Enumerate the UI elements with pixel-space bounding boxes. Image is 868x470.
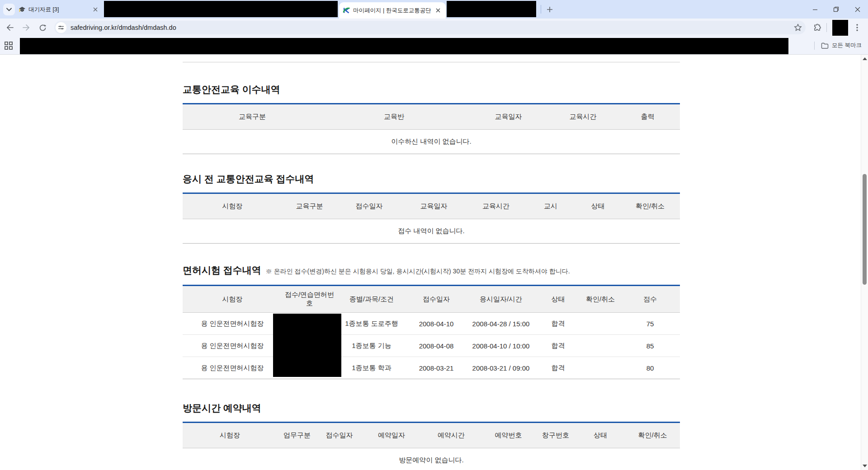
- cell-exam-type: 1종보통 기능: [337, 335, 406, 357]
- col-header: 예약번호: [481, 423, 536, 448]
- col-header: 예약일자: [362, 423, 421, 448]
- tab-close-icon[interactable]: [91, 5, 99, 14]
- col-header: 상태: [576, 193, 620, 219]
- scroll-down-icon[interactable]: [861, 463, 868, 469]
- url-text[interactable]: safedriving.or.kr/dmdash/dmdash.do: [71, 24, 794, 31]
- page-content: 교통안전교육 이수내역 교육구분 교육반 교육일자 교육시간 출력 이수하신 내…: [0, 55, 861, 470]
- table-row: 용 인운전면허시험장 1종보통 기능 2008-04-08 2008-04-10…: [183, 335, 680, 357]
- bookmarks-bar: 모든 북마크: [0, 37, 868, 55]
- col-header: 접수일자: [406, 286, 466, 313]
- browser-toolbar: safedriving.or.kr/dmdash/dmdash.do: [0, 19, 868, 37]
- col-header: 교육일자: [401, 193, 466, 219]
- col-header: 접수일자: [337, 193, 401, 219]
- col-header: 시험장: [183, 193, 282, 219]
- cell-status: 합격: [536, 313, 580, 335]
- col-header: 교육시간: [466, 193, 526, 219]
- col-header: 교시: [526, 193, 576, 219]
- col-header: 확인/취소: [580, 286, 620, 313]
- top-hairline: [183, 62, 680, 62]
- section-title-pre-exam-education: 응시 전 교통안전교육 접수내역: [183, 173, 680, 185]
- all-bookmarks-button[interactable]: 모든 북마크: [814, 37, 862, 54]
- cell-exam-datetime: 2008-04-10 / 10:00: [466, 335, 536, 357]
- extensions-puzzle-icon[interactable]: [811, 21, 824, 34]
- cell-exam-datetime: 2008-03-21 / 09:00: [466, 357, 536, 379]
- tab-mypage[interactable]: 마이페이지 | 한국도로교통공단: [339, 2, 446, 19]
- table-header-row: 교육구분 교육반 교육일자 교육시간 출력: [183, 104, 680, 130]
- section-title-education-completed: 교통안전교육 이수내역: [183, 83, 680, 96]
- section-title-license-exam: 면허시험 접수내역※ 온라인 접수(변경)하신 분은 시험응시 당일, 응시시간…: [183, 264, 680, 277]
- col-header: 응시일자/시간: [466, 286, 536, 313]
- cell-status: 합격: [536, 335, 580, 357]
- cell-exam-type: 1종보통 도로주행: [337, 313, 406, 335]
- col-header: 상태: [536, 286, 580, 313]
- apps-grid-icon[interactable]: [5, 42, 13, 50]
- close-window-button[interactable]: [847, 0, 868, 19]
- vertical-scrollbar[interactable]: [861, 55, 868, 470]
- cell-confirm-cancel: [580, 357, 620, 379]
- table-visit-reservation: 시험장 업무구분 접수일자 예약일자 예약시간 예약번호 창구번호 상태 확인/…: [183, 422, 680, 470]
- cell-receipt-date: 2008-03-21: [406, 357, 466, 379]
- col-header: 출력: [615, 104, 680, 130]
- scrollbar-thumb[interactable]: [863, 174, 867, 285]
- tab-strip: 대기자료 [3] 마이페이지 | 한국도로교통공단: [0, 0, 868, 19]
- scroll-up-icon[interactable]: [861, 56, 868, 62]
- table-header-row: 시험장 접수/연습면허번호 종별/과목/조건 접수일자 응시일자/시간 상태 확…: [183, 286, 680, 313]
- window-controls: [804, 0, 868, 19]
- empty-message: 방문예약이 없습니다.: [183, 448, 680, 470]
- col-header: 접수일자: [317, 423, 362, 448]
- koroad-favicon-icon: [343, 7, 350, 14]
- redaction-avatar[interactable]: [832, 20, 848, 36]
- col-header: 교육반: [322, 104, 466, 130]
- empty-message: 접수 내역이 없습니다.: [183, 219, 680, 244]
- col-header: 교육시간: [551, 104, 615, 130]
- table-pre-exam-education: 시험장 교육구분 접수일자 교육일자 교육시간 교시 상태 확인/취소 접수 내…: [183, 193, 680, 244]
- site-settings-icon[interactable]: [56, 22, 66, 33]
- col-header: 접수/연습면허번호: [282, 286, 337, 313]
- reload-icon[interactable]: [36, 21, 49, 34]
- cell-exam-type: 1종보통 학과: [337, 357, 406, 379]
- cell-score: 75: [620, 313, 680, 335]
- table-header-row: 시험장 업무구분 접수일자 예약일자 예약시간 예약번호 창구번호 상태 확인/…: [183, 423, 680, 448]
- cell-receipt-date: 2008-04-10: [406, 313, 466, 335]
- cell-test-site: 용 인운전면허시험장: [183, 357, 282, 379]
- tab-title: 마이페이지 | 한국도로교통공단: [353, 7, 431, 14]
- toolbar-divider: [826, 23, 827, 32]
- empty-row: 접수 내역이 없습니다.: [183, 219, 680, 244]
- back-icon[interactable]: [4, 21, 16, 34]
- col-header: 예약시간: [421, 423, 481, 448]
- bookmark-star-icon[interactable]: [794, 24, 802, 32]
- table-license-exam: 시험장 접수/연습면허번호 종별/과목/조건 접수일자 응시일자/시간 상태 확…: [183, 285, 680, 379]
- cell-exam-datetime: 2008-04-28 / 15:00: [466, 313, 536, 335]
- section-title-visit-reservation: 방문시간 예약내역: [183, 402, 680, 414]
- menu-kebab-icon[interactable]: [851, 21, 863, 34]
- redaction-tab-area-1: [104, 1, 338, 17]
- col-header: 교육구분: [282, 193, 337, 219]
- minimize-button[interactable]: [804, 0, 826, 19]
- col-header: 점수: [620, 286, 680, 313]
- col-header: 교육구분: [183, 104, 322, 130]
- table-header-row: 시험장 교육구분 접수일자 교육일자 교육시간 교시 상태 확인/취소: [183, 193, 680, 219]
- table-row: 용 인운전면허시험장 1종보통 학과 2008-03-21 2008-03-21…: [183, 357, 680, 379]
- col-header: 종별/과목/조건: [337, 286, 406, 313]
- new-tab-button[interactable]: [544, 4, 556, 15]
- cell-test-site: 용 인운전면허시험장: [183, 335, 282, 357]
- empty-row: 이수하신 내역이 없습니다.: [183, 130, 680, 154]
- forward-icon[interactable]: [20, 21, 33, 34]
- cell-test-site: 용 인운전면허시험장: [183, 313, 282, 335]
- all-bookmarks-label: 모든 북마크: [832, 42, 862, 49]
- tab-close-icon[interactable]: [434, 6, 442, 14]
- col-header: 확인/취소: [625, 423, 680, 448]
- tab-divider: [541, 5, 541, 14]
- section-note: ※ 온라인 접수(변경)하신 분은 시험응시 당일, 응시시간(시험시작) 30…: [266, 268, 570, 275]
- cell-score: 80: [620, 357, 680, 379]
- tab-title: 대기자료 [3]: [28, 6, 89, 14]
- folder-icon: [821, 42, 829, 49]
- bookmarks-divider: [814, 42, 815, 50]
- restore-button[interactable]: [826, 0, 847, 19]
- cell-confirm-cancel: [580, 335, 620, 357]
- tab-search-chevron-icon[interactable]: [3, 4, 15, 15]
- url-bar[interactable]: safedriving.or.kr/dmdash/dmdash.do: [54, 21, 806, 34]
- redaction-tab-area-2: [447, 1, 536, 17]
- col-header: 확인/취소: [620, 193, 680, 219]
- tab-daegi-jaryo[interactable]: 대기자료 [3]: [14, 2, 103, 17]
